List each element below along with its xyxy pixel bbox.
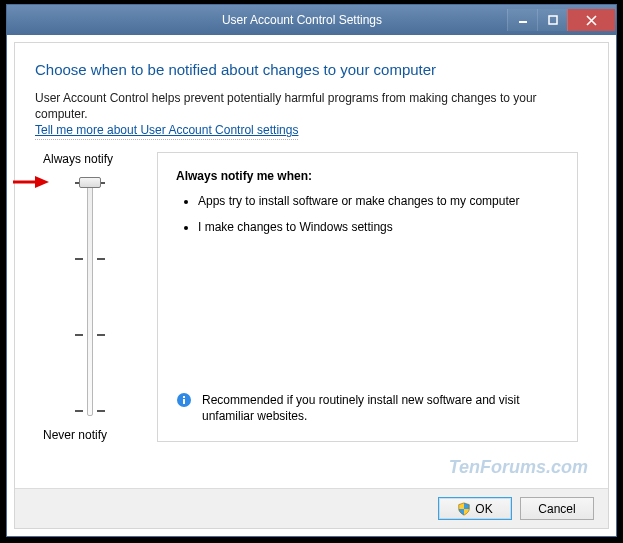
window-title: User Account Control Settings xyxy=(97,13,507,27)
ok-button-label: OK xyxy=(475,502,492,516)
slider-tick xyxy=(97,258,105,260)
cancel-button-label: Cancel xyxy=(538,502,575,516)
uac-settings-window: User Account Control Settings Choose whe… xyxy=(6,4,617,537)
svg-rect-4 xyxy=(183,396,185,398)
ok-button[interactable]: OK xyxy=(438,497,512,520)
help-link[interactable]: Tell me more about User Account Control … xyxy=(35,122,298,139)
client-area: Choose when to be notified about changes… xyxy=(14,42,609,529)
slider-track xyxy=(87,180,93,416)
slider-tick xyxy=(97,334,105,336)
uac-slider[interactable] xyxy=(55,176,125,420)
description-line: User Account Control helps prevent poten… xyxy=(35,91,537,121)
minimize-button[interactable] xyxy=(507,9,537,31)
slider-tick xyxy=(75,410,83,412)
notification-panel: Always notify me when: Apps try to insta… xyxy=(157,152,578,442)
slider-tick xyxy=(97,410,105,412)
maximize-button[interactable] xyxy=(537,9,567,31)
bullet-item: Apps try to install software or make cha… xyxy=(198,193,559,209)
slider-label-bottom: Never notify xyxy=(43,428,151,442)
panel-title: Always notify me when: xyxy=(176,169,559,183)
footer-bar: OK Cancel xyxy=(15,488,608,528)
recommendation-text: Recommended if you routinely install new… xyxy=(202,392,559,424)
bullet-item: I make changes to Windows settings xyxy=(198,219,559,235)
close-button[interactable] xyxy=(567,9,615,31)
slider-thumb[interactable] xyxy=(79,177,101,188)
cancel-button[interactable]: Cancel xyxy=(520,497,594,520)
description-text: User Account Control helps prevent poten… xyxy=(35,90,588,140)
svg-rect-3 xyxy=(183,399,185,404)
svg-rect-0 xyxy=(519,21,527,23)
svg-rect-1 xyxy=(549,16,557,24)
info-icon xyxy=(176,392,192,408)
titlebar[interactable]: User Account Control Settings xyxy=(7,5,616,35)
shield-icon xyxy=(457,502,471,516)
watermark: TenForums.com xyxy=(449,457,588,478)
slider-tick xyxy=(75,258,83,260)
slider-label-top: Always notify xyxy=(43,152,151,166)
slider-tick xyxy=(75,334,83,336)
page-heading: Choose when to be notified about changes… xyxy=(35,61,588,78)
